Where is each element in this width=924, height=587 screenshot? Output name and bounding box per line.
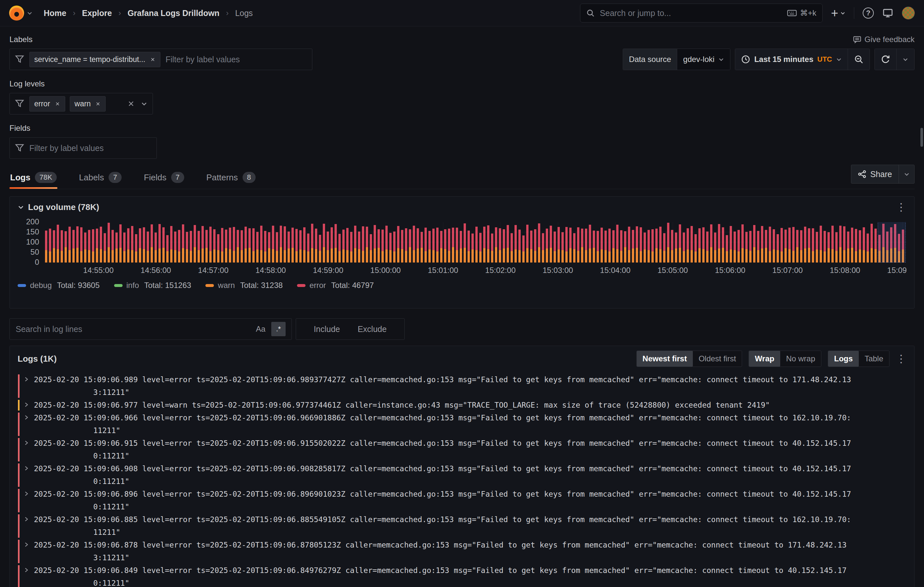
chevron-down-icon[interactable] xyxy=(141,101,147,107)
remove-icon[interactable] xyxy=(95,101,101,107)
toggle-newest-first[interactable]: Newest first xyxy=(637,351,693,367)
labels-filter-bar[interactable]: service_name = tempo-distribut... Filter… xyxy=(10,49,312,70)
error-bar-segment xyxy=(561,232,564,250)
exclude-button[interactable]: Exclude xyxy=(358,324,387,334)
chart-bar xyxy=(272,226,274,263)
expand-log-chevron[interactable] xyxy=(23,542,29,564)
tab-patterns[interactable]: Patterns8 xyxy=(206,170,256,189)
case-sensitivity-button[interactable]: Aa xyxy=(256,324,266,334)
legend-item-error[interactable]: errorTotal: 46797 xyxy=(297,281,374,290)
user-avatar[interactable] xyxy=(902,7,915,20)
legend-item-debug[interactable]: debugTotal: 93605 xyxy=(18,281,100,290)
warn-bar-segment xyxy=(139,248,141,263)
fields-filter-bar[interactable]: Filter by label values xyxy=(10,137,157,159)
grafana-logo-icon[interactable] xyxy=(9,5,24,21)
log-levels-filter-bar[interactable]: errorwarn xyxy=(10,93,153,114)
remove-icon[interactable] xyxy=(55,101,60,107)
refresh-button[interactable] xyxy=(875,49,896,70)
clear-all-icon[interactable] xyxy=(128,101,134,107)
nav-menu-chevron-icon[interactable] xyxy=(27,10,33,16)
chart-bar xyxy=(370,234,372,263)
toggle-wrap[interactable]: Wrap xyxy=(749,351,780,367)
expand-log-chevron[interactable] xyxy=(23,376,29,399)
x-axis-label: 15:06:00 xyxy=(715,266,745,275)
legend-item-warn[interactable]: warnTotal: 31238 xyxy=(205,281,283,290)
log-row[interactable]: 2025-02-20 15:09:06.878 level=error ts=2… xyxy=(18,539,906,564)
chart-bar xyxy=(620,230,622,263)
chart-bar xyxy=(667,223,669,263)
log-row[interactable]: 2025-02-20 15:09:06.908 level=error ts=2… xyxy=(18,463,906,488)
chart-bar xyxy=(233,227,235,263)
gridline-vertical xyxy=(213,222,214,263)
tab-labels[interactable]: Labels7 xyxy=(78,170,122,189)
breadcrumb-item[interactable]: Grafana Logs Drilldown xyxy=(127,8,219,18)
share-button[interactable]: Share xyxy=(851,165,899,183)
chart-bar xyxy=(702,227,705,263)
expand-log-chevron[interactable] xyxy=(23,465,29,488)
error-bar-segment xyxy=(691,226,693,250)
toggle-oldest-first[interactable]: Oldest first xyxy=(693,351,742,367)
chart-plot[interactable] xyxy=(45,222,906,263)
y-axis-label: 50 xyxy=(30,248,39,257)
chart-bar xyxy=(738,230,740,263)
log-row[interactable]: 2025-02-20 15:09:06.896 level=error ts=2… xyxy=(18,488,906,513)
label-filter-chip[interactable]: service_name = tempo-distribut... xyxy=(29,52,160,67)
breadcrumb-item[interactable]: Home xyxy=(44,8,66,18)
panel-menu-icon[interactable]: ⋮ xyxy=(896,202,906,212)
toggle-table[interactable]: Table xyxy=(859,351,889,367)
new-menu-button[interactable]: + xyxy=(831,7,845,19)
expand-log-chevron[interactable] xyxy=(23,567,29,587)
expand-log-chevron[interactable] xyxy=(23,491,29,513)
log-row[interactable]: 2025-02-20 15:09:06.885 level=error ts=2… xyxy=(18,513,906,539)
remove-icon[interactable] xyxy=(150,57,155,62)
warn-bar-segment xyxy=(616,249,619,263)
log-row[interactable]: 2025-02-20 15:09:06.989 level=error ts=2… xyxy=(18,374,906,399)
share-dropdown-chevron[interactable] xyxy=(899,165,914,183)
legend-swatch xyxy=(205,284,214,287)
log-row[interactable]: 2025-02-20 15:09:06.849 level=error ts=2… xyxy=(18,564,906,587)
warn-bar-segment xyxy=(57,249,59,263)
breadcrumb-item[interactable]: Logs xyxy=(235,8,253,18)
include-button[interactable]: Include xyxy=(314,324,340,334)
collapse-chevron-icon[interactable] xyxy=(18,204,24,210)
log-row[interactable]: 2025-02-20 15:09:06.915 level=error ts=2… xyxy=(18,437,906,463)
toggle-logs[interactable]: Logs xyxy=(828,351,858,367)
level-chip-warn[interactable]: warn xyxy=(70,96,106,112)
tab-logs[interactable]: Logs78K xyxy=(10,170,58,189)
warn-bar-segment xyxy=(186,249,188,263)
legend-item-info[interactable]: infoTotal: 151263 xyxy=(114,281,191,290)
warn-bar-segment xyxy=(832,249,834,263)
chart-bar xyxy=(417,228,419,263)
logs-menu-icon[interactable]: ⋮ xyxy=(896,354,906,364)
expand-log-chevron[interactable] xyxy=(23,440,29,463)
log-search-input[interactable]: Search in log lines Aa .* xyxy=(10,318,292,340)
error-bar-segment xyxy=(624,231,626,247)
toggle-no-wrap[interactable]: No wrap xyxy=(780,351,821,367)
error-bar-segment xyxy=(284,227,286,250)
log-line-continuation: 11211" xyxy=(34,424,851,437)
tab-fields[interactable]: Fields7 xyxy=(143,170,185,189)
funnel-icon xyxy=(15,55,24,64)
datasource-select[interactable]: gdev-loki xyxy=(677,49,730,70)
give-feedback-link[interactable]: Give feedback xyxy=(623,35,914,44)
log-row[interactable]: 2025-02-20 15:09:06.977 level=warn ts=20… xyxy=(18,399,906,412)
error-bar-segment xyxy=(248,228,251,248)
warn-bar-segment xyxy=(151,247,153,263)
level-chip-error[interactable]: error xyxy=(29,96,65,112)
news-monitor-icon[interactable] xyxy=(882,8,893,18)
help-icon[interactable]: ? xyxy=(863,8,874,18)
expand-log-chevron[interactable] xyxy=(23,402,29,412)
zoom-out-button[interactable] xyxy=(848,49,870,70)
breadcrumb-item[interactable]: Explore xyxy=(82,8,112,18)
page-scrollbar[interactable] xyxy=(921,128,923,147)
expand-log-chevron[interactable] xyxy=(23,516,29,539)
refresh-interval-chevron[interactable] xyxy=(896,49,914,70)
chart-bar xyxy=(342,230,345,263)
log-row[interactable]: 2025-02-20 15:09:06.966 level=error ts=2… xyxy=(18,412,906,437)
chart-bar xyxy=(292,228,294,263)
warn-bar-segment xyxy=(178,251,180,263)
global-search-input[interactable]: Search or jump to... ⌘+k xyxy=(580,3,823,23)
expand-log-chevron[interactable] xyxy=(23,415,29,437)
time-range-button[interactable]: Last 15 minutes UTC xyxy=(735,49,848,70)
regex-button[interactable]: .* xyxy=(271,322,285,336)
